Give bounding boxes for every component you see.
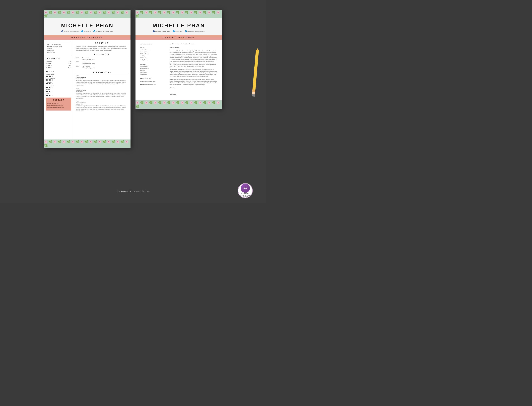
exp-date-1: 04-05 [76,75,79,76]
resume-facebook-url: facebook.com/your.name [64,31,79,32]
resume-body: D.O.B: 4th January 1982 Address: 123 Str… [44,40,131,139]
skill-adobe-flash-name: ADOBE FLASH [46,85,71,87]
resume-document: MICHELLE PHAN f facebook.com/your.name t… [44,10,131,148]
resume-social-links: f facebook.com/your.name t @username in … [47,30,127,32]
dot [50,76,51,77]
dot [47,87,48,88]
phone-label: Phone [47,102,51,104]
sender-email-row: Email yourname@gmail.com [140,81,166,83]
cover-date: 30th November 2016 [140,43,166,45]
cover-job-ref: Job Ref: Advertised Position within Comp… [170,43,218,45]
skill-illustrator: ILLUSTRATOR [46,78,71,80]
exp-header-2: 04-05 [76,88,128,89]
recipient-zip: Post/Zip Code [140,59,166,61]
dob-value: : 4th January 1982 [51,44,61,45]
skill-html5-name: HTML5 [46,89,71,91]
exp-position-2: Position Held [76,91,128,92]
dot [47,91,48,92]
cover-facebook-icon: f [153,30,155,32]
resume-right-content: ABOUT ME Aenean eu leo quam. Pellentesqu… [73,40,131,139]
dot [46,87,47,88]
languages-list: ENGLISH Good FRENCH Good GERMAN Good S [46,61,71,69]
dot-empty [52,91,53,92]
bottom-label: Resume & cover letter [116,190,149,193]
resume-sidebar: D.O.B: 4th January 1982 Address: 123 Str… [44,40,73,139]
resume-floral-top [44,10,131,18]
phone-value: : 028 1234 5678 [51,102,59,104]
skill-illustrator-name: ILLUSTRATOR [46,78,71,79]
dob-label: D.O.B [47,44,50,45]
dot-empty [52,87,53,88]
website-value: : www.yourwebsite.com [52,107,64,108]
cover-two-col: 30th November 2016 Mr Smith Position in … [140,43,218,97]
cover-social-links: f facebook.com/your.name t @username in … [139,30,219,32]
sender-website-value: www.yourwebsite.com [145,84,156,85]
dot [49,83,50,84]
dot [49,91,50,92]
dot [46,83,47,84]
resume-linkedin-url: uk.linkedin.com/in/your.name [96,31,113,32]
skill-html5: HTML5 [46,89,71,92]
lang-french-name: FRENCH [46,63,51,64]
cover-facebook: f facebook.com/your.name [153,30,170,32]
edu-course-3: Course studies [82,65,128,67]
skill-indesign: INDESIGN [46,81,71,84]
edu-institution-2: University/College details [82,63,128,65]
edu-year-2: 00-03 [76,61,81,65]
lang-german-name: GERMAN [46,65,52,66]
cover-twitter-icon: t [173,30,175,32]
exp-date-3: 04-05 [76,101,79,102]
exp-item-3: 04-05 Company Name Position Held Descrip… [76,101,128,112]
contact-website: Website: www.yourwebsite.com [47,107,70,108]
resume-linkedin: in uk.linkedin.com/in/your.name [93,30,113,32]
edu-item-1: 98-00 Course studies University/College … [76,57,128,60]
dot [47,83,48,84]
lang-french-level: Good [68,63,71,64]
cover-floral-bottom [135,100,222,109]
cover-linkedin-url: uk.linkedin.com/in/your.name [187,31,204,32]
resume-floral-bottom [44,139,131,148]
cover-left-col: 30th November 2016 Mr Smith Position in … [140,43,166,97]
address-value: : 123 Street Name, [52,46,62,47]
dot-empty [50,83,51,84]
cover-sincerely: Sincerely, [170,87,218,89]
skill-java-name: JAVA [46,93,71,94]
skill-adobe-flash-dots [46,87,71,88]
sender-block: Your Name Your Profession 123 Street Nam… [140,63,166,75]
dot-empty [50,95,51,96]
exp-desc-2: Description of the position and the resp… [76,92,128,99]
dot-empty [50,87,51,88]
dot [49,80,50,80]
exp-company-2: Company Name [76,89,128,91]
facebook-icon: f [61,30,63,32]
resume-name: MICHELLE PHAN [47,22,127,29]
skill-java-dots [46,95,71,96]
sender-name: Your Name [140,63,166,65]
about-me-heading: ABOUT ME [76,42,128,45]
sender-town: Town/City, [140,69,166,71]
about-me-section: ABOUT ME Aenean eu leo quam. Pellentesqu… [76,42,128,51]
cover-letter-document: MICHELLE PHAN f facebook.com/your.name t… [135,10,222,109]
dot [49,95,50,96]
dot [47,95,48,96]
cover-your-name: Your Name [170,94,218,96]
edu-item-3: 03-05 Course studies University/College … [76,65,128,69]
experiences-heading: EXPERIENCES [76,71,128,74]
dot [46,91,47,92]
recipient-state: State/County, [140,57,166,59]
state-value: State/County, [47,50,54,51]
exp-desc-3: Description of the position and the resp… [76,105,128,112]
pencil-decoration [252,50,259,97]
lang-english-level: Good [68,61,71,62]
resume-header: MICHELLE PHAN f facebook.com/your.name t… [44,18,131,35]
dot [50,80,51,80]
education-list: 98-00 Course studies University/College … [76,57,128,69]
lang-english-name: ENGLISH [46,61,52,62]
skill-indesign-name: INDESIGN [46,81,71,83]
edu-course-2: Course studies [82,61,128,63]
exp-company-1: Company Name [76,77,128,78]
contact-phone: Phone: 028 1234 5678 [47,102,70,104]
resume-facebook: f facebook.com/your.name [61,30,79,32]
email-value: : yourname@gmail.com [50,105,63,106]
skill-java: JAVA [46,93,71,96]
